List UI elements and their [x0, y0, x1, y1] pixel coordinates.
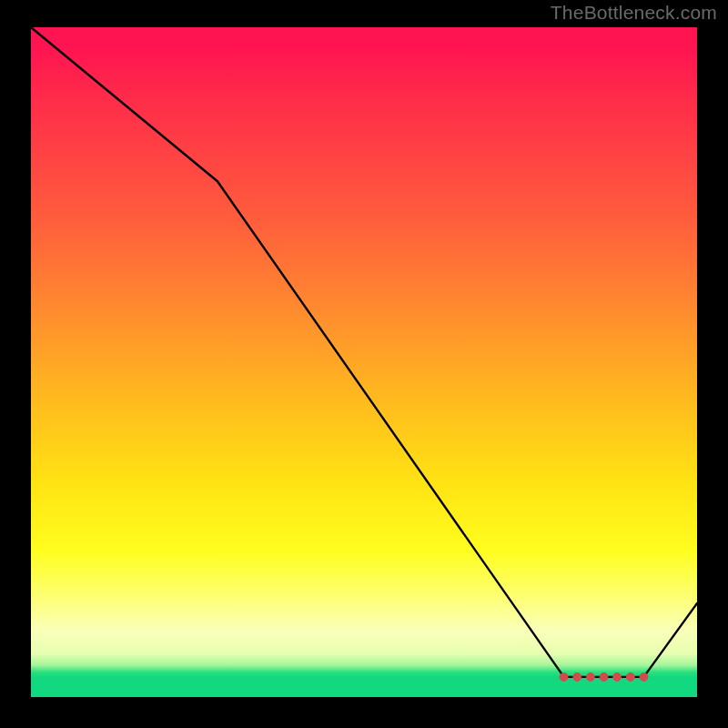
optimal-marker-dot — [600, 672, 608, 681]
optimal-marker-dot — [560, 672, 568, 681]
optimal-range-markers — [560, 672, 648, 681]
chart-overlay — [31, 27, 697, 697]
source-credit: TheBottleneck.com — [551, 2, 717, 24]
chart-container: TheBottleneck.com — [0, 0, 728, 728]
optimal-marker-dot — [586, 672, 594, 681]
optimal-marker-dot — [640, 672, 648, 681]
optimal-marker-dot — [626, 672, 634, 681]
plot-area — [31, 27, 697, 697]
optimal-marker-dot — [613, 672, 622, 681]
optimal-marker-dot — [573, 672, 581, 681]
bottleneck-curve — [31, 27, 697, 677]
